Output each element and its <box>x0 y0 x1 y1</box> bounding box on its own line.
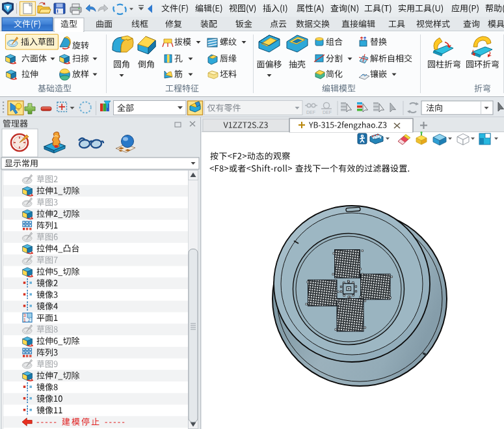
svg-text:2: 2 <box>28 318 31 322</box>
svg-text:DEF: DEF <box>323 110 332 115</box>
svg-text:DEF: DEF <box>306 110 315 115</box>
svg-text:3: 3 <box>23 313 26 318</box>
svg-text:1: 1 <box>23 318 26 322</box>
